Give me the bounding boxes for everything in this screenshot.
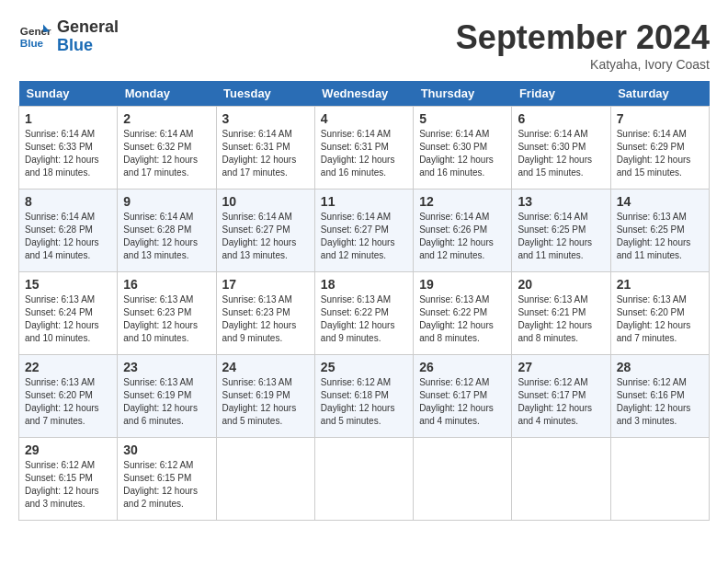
calendar-cell: 9 Sunrise: 6:14 AMSunset: 6:28 PMDayligh… bbox=[118, 190, 216, 272]
cell-info: Sunrise: 6:13 AMSunset: 6:20 PMDaylight:… bbox=[25, 377, 99, 426]
day-number: 5 bbox=[419, 111, 506, 126]
day-number: 6 bbox=[518, 111, 604, 126]
day-number: 27 bbox=[518, 360, 604, 374]
day-number: 16 bbox=[123, 277, 210, 292]
calendar-cell: 3 Sunrise: 6:14 AMSunset: 6:31 PMDayligh… bbox=[216, 107, 314, 190]
calendar-header-row: Sunday Monday Tuesday Wednesday Thursday… bbox=[19, 81, 710, 107]
calendar-cell: 15 Sunrise: 6:13 AMSunset: 6:24 PMDaylig… bbox=[19, 272, 118, 355]
cell-info: Sunrise: 6:14 AMSunset: 6:25 PMDaylight:… bbox=[518, 212, 592, 260]
calendar-cell: 28 Sunrise: 6:12 AMSunset: 6:16 PMDaylig… bbox=[610, 355, 709, 438]
title-block: September 2024 Katyaha, Ivory Coast bbox=[456, 18, 710, 72]
day-number: 7 bbox=[617, 111, 703, 126]
day-number: 12 bbox=[419, 194, 506, 209]
cell-info: Sunrise: 6:14 AMSunset: 6:28 PMDaylight:… bbox=[25, 212, 99, 260]
calendar-cell: 4 Sunrise: 6:14 AMSunset: 6:31 PMDayligh… bbox=[314, 107, 413, 190]
cell-info: Sunrise: 6:14 AMSunset: 6:33 PMDaylight:… bbox=[25, 129, 99, 178]
logo-general: General bbox=[57, 17, 119, 36]
cell-info: Sunrise: 6:13 AMSunset: 6:20 PMDaylight:… bbox=[617, 294, 691, 343]
day-number: 2 bbox=[123, 111, 210, 126]
cell-info: Sunrise: 6:13 AMSunset: 6:24 PMDaylight:… bbox=[25, 294, 99, 343]
col-monday: Monday bbox=[118, 81, 216, 107]
day-number: 28 bbox=[617, 360, 703, 374]
col-friday: Friday bbox=[512, 81, 610, 107]
calendar-cell: 2 Sunrise: 6:14 AMSunset: 6:32 PMDayligh… bbox=[118, 107, 216, 190]
logo-blue: Blue bbox=[57, 36, 93, 54]
calendar-cell: 23 Sunrise: 6:13 AMSunset: 6:19 PMDaylig… bbox=[118, 355, 216, 438]
cell-info: Sunrise: 6:13 AMSunset: 6:23 PMDaylight:… bbox=[222, 294, 297, 343]
svg-text:Blue: Blue bbox=[20, 37, 44, 49]
calendar-cell: 6 Sunrise: 6:14 AMSunset: 6:30 PMDayligh… bbox=[512, 107, 610, 190]
cell-info: Sunrise: 6:13 AMSunset: 6:19 PMDaylight:… bbox=[222, 377, 297, 426]
calendar-cell: 7 Sunrise: 6:14 AMSunset: 6:29 PMDayligh… bbox=[610, 107, 709, 190]
day-number: 25 bbox=[321, 360, 407, 374]
col-saturday: Saturday bbox=[610, 81, 709, 107]
calendar-cell: 17 Sunrise: 6:13 AMSunset: 6:23 PMDaylig… bbox=[216, 272, 314, 355]
day-number: 24 bbox=[222, 360, 309, 374]
day-number: 4 bbox=[321, 111, 407, 126]
day-number: 1 bbox=[25, 111, 111, 126]
day-number: 19 bbox=[419, 277, 506, 292]
calendar-table: Sunday Monday Tuesday Wednesday Thursday… bbox=[18, 81, 710, 521]
day-number: 29 bbox=[25, 442, 111, 457]
cell-info: Sunrise: 6:14 AMSunset: 6:27 PMDaylight:… bbox=[222, 212, 297, 260]
calendar-cell bbox=[314, 438, 413, 521]
logo-text: General Blue bbox=[57, 18, 119, 55]
day-number: 15 bbox=[25, 277, 111, 292]
col-sunday: Sunday bbox=[19, 81, 118, 107]
calendar-week-5: 29 Sunrise: 6:12 AMSunset: 6:15 PMDaylig… bbox=[19, 438, 710, 521]
cell-info: Sunrise: 6:12 AMSunset: 6:15 PMDaylight:… bbox=[123, 460, 198, 509]
logo: General Blue General Blue bbox=[18, 18, 119, 55]
cell-info: Sunrise: 6:14 AMSunset: 6:30 PMDaylight:… bbox=[518, 129, 592, 178]
cell-info: Sunrise: 6:14 AMSunset: 6:28 PMDaylight:… bbox=[123, 212, 198, 260]
day-number: 26 bbox=[419, 360, 506, 374]
cell-info: Sunrise: 6:14 AMSunset: 6:26 PMDaylight:… bbox=[419, 212, 494, 260]
cell-info: Sunrise: 6:13 AMSunset: 6:22 PMDaylight:… bbox=[321, 294, 395, 343]
location-subtitle: Katyaha, Ivory Coast bbox=[456, 57, 710, 72]
day-number: 9 bbox=[123, 194, 210, 209]
cell-info: Sunrise: 6:14 AMSunset: 6:31 PMDaylight:… bbox=[222, 129, 297, 178]
day-number: 30 bbox=[123, 442, 210, 457]
day-number: 21 bbox=[617, 277, 703, 292]
cell-info: Sunrise: 6:14 AMSunset: 6:29 PMDaylight:… bbox=[617, 129, 691, 178]
calendar-cell: 27 Sunrise: 6:12 AMSunset: 6:17 PMDaylig… bbox=[512, 355, 610, 438]
calendar-cell: 25 Sunrise: 6:12 AMSunset: 6:18 PMDaylig… bbox=[314, 355, 413, 438]
calendar-week-1: 1 Sunrise: 6:14 AMSunset: 6:33 PMDayligh… bbox=[19, 107, 710, 190]
day-number: 18 bbox=[321, 277, 407, 292]
calendar-cell: 30 Sunrise: 6:12 AMSunset: 6:15 PMDaylig… bbox=[118, 438, 216, 521]
calendar-week-3: 15 Sunrise: 6:13 AMSunset: 6:24 PMDaylig… bbox=[19, 272, 710, 355]
calendar-cell: 14 Sunrise: 6:13 AMSunset: 6:25 PMDaylig… bbox=[610, 190, 709, 272]
cell-info: Sunrise: 6:12 AMSunset: 6:18 PMDaylight:… bbox=[321, 377, 395, 426]
day-number: 10 bbox=[222, 194, 309, 209]
day-number: 3 bbox=[222, 111, 309, 126]
cell-info: Sunrise: 6:13 AMSunset: 6:25 PMDaylight:… bbox=[617, 212, 691, 260]
calendar-cell bbox=[216, 438, 314, 521]
calendar-cell: 13 Sunrise: 6:14 AMSunset: 6:25 PMDaylig… bbox=[512, 190, 610, 272]
calendar-week-4: 22 Sunrise: 6:13 AMSunset: 6:20 PMDaylig… bbox=[19, 355, 710, 438]
cell-info: Sunrise: 6:13 AMSunset: 6:21 PMDaylight:… bbox=[518, 294, 592, 343]
col-thursday: Thursday bbox=[414, 81, 512, 107]
calendar-cell: 1 Sunrise: 6:14 AMSunset: 6:33 PMDayligh… bbox=[19, 107, 118, 190]
cell-info: Sunrise: 6:12 AMSunset: 6:17 PMDaylight:… bbox=[518, 377, 592, 426]
cell-info: Sunrise: 6:13 AMSunset: 6:23 PMDaylight:… bbox=[123, 294, 198, 343]
cell-info: Sunrise: 6:12 AMSunset: 6:15 PMDaylight:… bbox=[25, 460, 99, 509]
cell-info: Sunrise: 6:12 AMSunset: 6:17 PMDaylight:… bbox=[419, 377, 494, 426]
cell-info: Sunrise: 6:14 AMSunset: 6:27 PMDaylight:… bbox=[321, 212, 395, 260]
cell-info: Sunrise: 6:14 AMSunset: 6:32 PMDaylight:… bbox=[123, 129, 198, 178]
calendar-cell: 21 Sunrise: 6:13 AMSunset: 6:20 PMDaylig… bbox=[610, 272, 709, 355]
calendar-cell: 10 Sunrise: 6:14 AMSunset: 6:27 PMDaylig… bbox=[216, 190, 314, 272]
day-number: 13 bbox=[518, 194, 604, 209]
day-number: 20 bbox=[518, 277, 604, 292]
calendar-week-2: 8 Sunrise: 6:14 AMSunset: 6:28 PMDayligh… bbox=[19, 190, 710, 272]
month-title: September 2024 bbox=[456, 18, 710, 57]
col-tuesday: Tuesday bbox=[216, 81, 314, 107]
calendar-cell: 18 Sunrise: 6:13 AMSunset: 6:22 PMDaylig… bbox=[314, 272, 413, 355]
day-number: 11 bbox=[321, 194, 407, 209]
calendar-cell: 29 Sunrise: 6:12 AMSunset: 6:15 PMDaylig… bbox=[19, 438, 118, 521]
cell-info: Sunrise: 6:12 AMSunset: 6:16 PMDaylight:… bbox=[617, 377, 691, 426]
calendar-cell bbox=[414, 438, 512, 521]
calendar-cell bbox=[512, 438, 610, 521]
day-number: 8 bbox=[25, 194, 111, 209]
col-wednesday: Wednesday bbox=[314, 81, 413, 107]
cell-info: Sunrise: 6:13 AMSunset: 6:19 PMDaylight:… bbox=[123, 377, 198, 426]
calendar-cell: 24 Sunrise: 6:13 AMSunset: 6:19 PMDaylig… bbox=[216, 355, 314, 438]
